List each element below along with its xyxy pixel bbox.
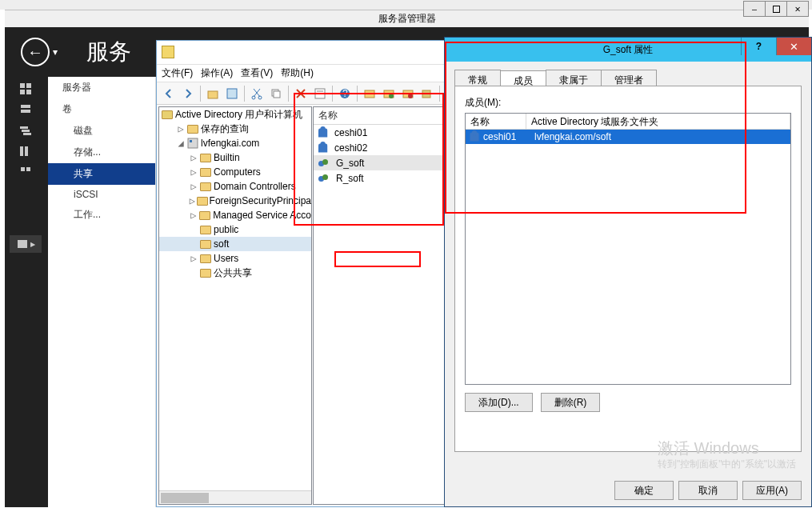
tree-label: lvfengkai.com [201, 138, 259, 149]
expand-icon[interactable]: ▷ [188, 210, 199, 221]
group-icon [318, 173, 331, 184]
feature-icon[interactable] [10, 142, 42, 160]
folder-icon [199, 152, 212, 163]
server-icon[interactable] [10, 101, 42, 118]
tab-content: 成员(M): 名称 Active Directory 域服务文件夹 ceshi0… [454, 86, 802, 452]
svg-rect-0 [20, 83, 25, 88]
sidebar-item-6[interactable]: 工作... [48, 204, 155, 226]
tree-item[interactable]: ▷Computers [159, 165, 311, 179]
up-folder-icon[interactable] [204, 85, 222, 102]
close-button[interactable] [786, 1, 809, 17]
member-list[interactable]: 名称 Active Directory 域服务文件夹 ceshi01 lvfen… [465, 113, 791, 385]
folder-icon [199, 238, 212, 250]
tree-item[interactable]: ▷Managed Service Acco [159, 208, 311, 222]
svg-point-28 [408, 94, 413, 98]
copy-icon[interactable] [267, 85, 285, 102]
sidebar-item-5[interactable]: iSCSI [48, 185, 155, 204]
member-col-name[interactable]: 名称 [466, 114, 526, 129]
svg-rect-9 [20, 146, 23, 156]
list-item-name: ceshi01 [334, 127, 367, 138]
back-dropdown[interactable]: ▾ [53, 46, 58, 58]
menu-文件(F)[interactable]: 文件(F) [162, 66, 193, 80]
tree-label: 保存的查询 [201, 122, 249, 136]
svg-rect-34 [188, 138, 198, 148]
menu-操作(A)[interactable]: 操作(A) [201, 66, 233, 80]
remove-button[interactable]: 删除(R) [541, 393, 601, 412]
sidebar-item-1[interactable]: 卷 [48, 98, 155, 120]
svg-rect-20 [315, 89, 325, 98]
tree-horizontal-scrollbar[interactable] [159, 490, 311, 504]
action-icon-3[interactable] [399, 85, 417, 102]
tree-pane: Active Directory 用户和计算机▷保存的查询◢lvfengkai.… [158, 106, 312, 505]
dashboard-icon[interactable] [10, 80, 42, 98]
ok-button[interactable]: 确定 [614, 481, 674, 500]
tree-label: Users [214, 253, 238, 264]
tree-item[interactable]: ◢lvfengkai.com [159, 136, 311, 150]
member-col-folder[interactable]: Active Directory 域服务文件夹 [526, 114, 790, 129]
tree-item[interactable]: soft [159, 237, 311, 251]
tree-item[interactable]: ▷ForeignSecurityPrincipa [159, 194, 311, 208]
tree-root[interactable]: Active Directory 用户和计算机 [175, 108, 302, 122]
members-label: 成员(M): [465, 96, 791, 110]
tree-item[interactable]: public [159, 222, 311, 237]
action-icon-2[interactable] [380, 85, 398, 102]
dialog-title: G_soft 属性 [603, 43, 654, 57]
menu-帮助(H)[interactable]: 帮助(H) [281, 66, 314, 80]
sidebar-menu: 服务器卷磁盘存储...共享iSCSI工作... [48, 77, 156, 507]
maximize-button[interactable] [765, 1, 787, 17]
forward-arrow-icon[interactable] [179, 85, 197, 102]
member-name: ceshi01 [483, 131, 534, 142]
expand-icon[interactable]: ▷ [188, 166, 199, 178]
svg-text:?: ? [342, 88, 348, 99]
minimize-button[interactable] [743, 1, 766, 17]
window-icon [162, 46, 174, 58]
properties-icon[interactable] [223, 85, 241, 102]
feature-icon-2[interactable] [10, 163, 42, 181]
sidebar-item-3[interactable]: 存储... [48, 142, 155, 163]
tree-item[interactable]: 公共共享 [159, 266, 311, 280]
svg-rect-14 [208, 91, 218, 98]
person-icon [318, 128, 327, 137]
apply-button[interactable]: 应用(A) [742, 481, 802, 500]
tree-item[interactable]: ▷Domain Controllers [159, 179, 311, 194]
folder-icon [199, 181, 212, 192]
svg-rect-4 [21, 105, 30, 108]
cut-icon[interactable] [248, 85, 266, 102]
expand-icon[interactable]: ▷ [175, 123, 186, 134]
all-servers-icon[interactable] [10, 122, 42, 139]
delete-icon[interactable] [292, 85, 310, 102]
sidebar-item-2[interactable]: 磁盘 [48, 120, 155, 142]
tree-label: Builtin [214, 152, 240, 163]
folder-icon [197, 195, 208, 206]
list-item-name: ceshi02 [334, 142, 367, 154]
storage-icon[interactable]: ▶ [10, 235, 42, 253]
cancel-button[interactable]: 取消 [678, 481, 738, 500]
dialog-close-button[interactable]: ✕ [776, 38, 811, 55]
back-arrow-icon[interactable] [160, 85, 178, 102]
action-icon-1[interactable] [361, 85, 378, 102]
dialog-help-button[interactable]: ? [741, 38, 776, 55]
svg-rect-19 [274, 91, 280, 98]
expand-icon[interactable]: ▷ [188, 152, 199, 163]
help-icon[interactable]: ? [336, 85, 354, 102]
tree-item[interactable]: ▷Builtin [159, 150, 311, 165]
add-button[interactable]: 添加(D)... [465, 393, 533, 412]
action-icon-4[interactable] [418, 85, 436, 102]
props-icon[interactable] [311, 85, 329, 102]
expand-icon[interactable]: ▷ [188, 181, 199, 192]
tree-item[interactable]: ▷Users [159, 251, 311, 266]
menu-查看(V)[interactable]: 查看(V) [241, 66, 273, 80]
svg-rect-2 [20, 90, 25, 94]
expand-icon[interactable]: ◢ [175, 138, 186, 149]
expand-icon[interactable]: ▷ [188, 253, 199, 264]
back-button[interactable] [21, 38, 50, 66]
sidebar-item-4[interactable]: 共享 [48, 163, 155, 185]
tree-label: soft [214, 238, 229, 250]
svg-rect-35 [190, 140, 192, 142]
svg-rect-3 [26, 90, 31, 94]
sidebar-item-0[interactable]: 服务器 [48, 77, 155, 98]
member-row[interactable]: ceshi01 lvfengkai.com/soft [466, 130, 790, 144]
expand-icon[interactable]: ▷ [188, 195, 197, 206]
tree-item[interactable]: ▷保存的查询 [159, 122, 311, 136]
folder-icon [199, 166, 212, 178]
